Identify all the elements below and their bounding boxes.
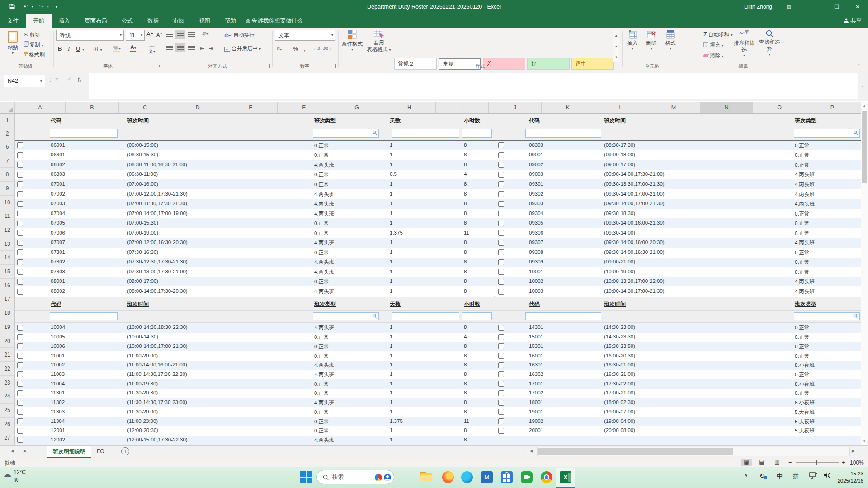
row-checkbox[interactable] [498,152,504,158]
column-headers[interactable]: ABCDEFGHIJKLMNOP [0,102,861,114]
font-name-select[interactable]: 等线▾ [56,30,124,41]
row-checkbox[interactable] [17,221,23,226]
decrease-indent-icon[interactable]: ⇤ [200,45,204,52]
filter-input[interactable] [525,312,601,320]
row-checkbox[interactable] [498,240,504,246]
row-checkbox[interactable] [17,381,23,387]
confirm-entry-icon[interactable]: ✓ [67,76,71,82]
restore-button[interactable]: ❐ [826,0,847,14]
filter-input[interactable] [525,129,601,138]
filter-input[interactable] [794,312,860,320]
row-checkbox[interactable] [17,325,23,331]
column-header-J[interactable]: J [489,102,542,113]
column-header-C[interactable]: C [119,102,171,113]
number-format-select[interactable]: 文本▾ [275,30,335,41]
zoom-slider-track[interactable] [796,462,839,463]
expand-formula-bar-icon[interactable]: ⌄ [861,83,864,88]
alignment-dialog-launcher-icon[interactable] [266,64,270,68]
underline-button[interactable]: U [76,45,80,52]
row-header-14[interactable]: 14 [0,251,14,265]
row-checkbox[interactable] [17,362,23,368]
row-checkbox[interactable] [17,279,23,285]
row-checkbox[interactable] [17,289,23,295]
row-checkbox[interactable] [17,240,23,246]
font-color-button[interactable]: A▾ [130,44,136,52]
filter-search-icon[interactable] [372,130,377,136]
meeting-app-icon[interactable] [521,470,534,484]
excel-icon[interactable]: X [556,468,575,488]
close-button[interactable]: ✕ [847,0,868,14]
row-checkbox[interactable] [498,211,504,216]
minimize-button[interactable]: ─ [806,0,826,14]
phonetic-guide-button[interactable]: wén文▾ [148,43,155,54]
tab-splitter-dots[interactable]: ⁞ [524,449,525,454]
ribbon-display-options-icon[interactable]: ▤ [782,0,796,14]
start-button[interactable] [300,471,312,483]
row-header-9[interactable]: 9 [0,182,14,196]
filter-search-icon[interactable] [853,130,858,136]
row-checkbox[interactable] [17,269,23,275]
page-layout-view-icon[interactable]: ▤ [756,459,768,466]
sheet-nav-left-icon[interactable]: ◀ [11,449,14,453]
style-gallery-scrollbar[interactable]: ▲▼⊻ [613,30,619,62]
ribbon-tab-数据[interactable]: 数据 [140,14,166,28]
firefox-icon[interactable] [442,470,456,484]
row-checkbox[interactable] [498,400,504,406]
row-checkbox[interactable] [498,249,504,255]
hscroll-right-icon[interactable]: ▶ [852,449,855,453]
align-bottom-icon[interactable] [186,30,196,39]
row-header-13[interactable]: 13 [0,237,14,251]
sheet-nav-right-icon[interactable]: ▶ [24,449,27,453]
row-checkbox[interactable] [17,249,23,255]
font-size-select[interactable]: 11▾ [126,30,145,41]
filter-input[interactable] [392,312,459,320]
share-button[interactable]: 共享 [844,14,862,28]
row-checkbox[interactable] [17,142,23,148]
filter-search-icon[interactable] [372,314,377,319]
ribbon-tab-公式[interactable]: 公式 [114,14,140,28]
filter-input[interactable] [462,312,492,320]
row-header-8[interactable]: 8 [0,168,14,182]
increase-decimal-icon[interactable]: ←.0 [313,46,320,51]
cancel-entry-icon[interactable]: × [55,76,59,83]
horizontal-scrollbar[interactable] [537,447,850,456]
row-header-16[interactable]: 16 [0,279,14,293]
column-header-K[interactable]: K [542,102,594,113]
column-header-H[interactable]: H [383,102,436,113]
row-headers[interactable]: 1267891011121314151617181920212223242526… [0,114,15,445]
row-checkbox[interactable] [17,230,23,236]
column-header-G[interactable]: G [330,102,383,113]
collapse-ribbon-icon[interactable]: ⌃ [857,63,861,68]
row-header-2[interactable]: 2 [0,127,14,140]
tray-sync-icon[interactable]: ↻ [760,472,765,479]
wrap-text-button[interactable]: ab↵ 自动换行 [224,32,255,38]
column-header-P[interactable]: P [806,102,859,113]
filter-input[interactable] [313,312,379,320]
format-painter-button[interactable]: 格式刷 [24,52,45,58]
row-header-18[interactable]: 18 [0,306,14,320]
row-header-17[interactable]: 17 [0,292,14,306]
decrease-decimal-icon[interactable]: .00→ [323,46,332,51]
align-top-icon[interactable] [165,30,175,39]
row-checkbox[interactable] [17,418,23,424]
mail-app-icon[interactable]: M [481,470,495,484]
clear-button[interactable]: 清除 ▾ [703,52,723,59]
tray-volume-icon[interactable] [824,472,831,480]
filter-input[interactable] [392,129,459,138]
name-box[interactable]: N42 ▾ [4,75,45,87]
row-checkbox[interactable] [498,191,504,197]
ime-language-icon[interactable]: 中 [777,472,783,480]
orientation-icon[interactable]: ab▾ [202,31,208,36]
taskbar-search[interactable]: 搜索 [316,470,394,484]
zoom-out-icon[interactable]: − [788,459,792,466]
ribbon-tab-文件[interactable]: 文件 [0,14,26,28]
find-select-button[interactable]: 查找和选择▾ [758,30,781,62]
filter-input[interactable] [50,312,118,320]
merge-center-button[interactable]: ↔ 合并后居中 ▾ [224,45,261,52]
column-header-I[interactable]: I [436,102,489,113]
underline-dropdown-icon[interactable]: ▾ [82,47,84,52]
row-checkbox[interactable] [498,162,504,168]
formula-input[interactable] [89,73,858,99]
conditional-formatting-button[interactable]: 条件格式▾ [340,30,364,62]
accounting-format-icon[interactable]: ¤▾ [277,45,282,52]
